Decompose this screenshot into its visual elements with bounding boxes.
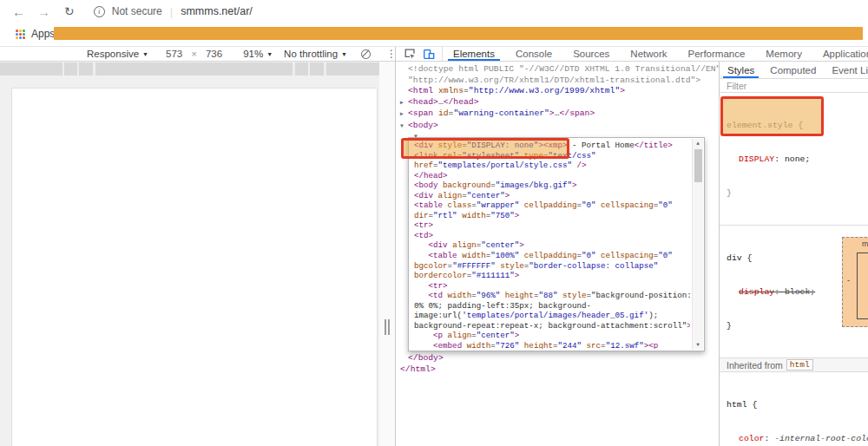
sidebar-tab-computed[interactable]: Computed (762, 62, 824, 78)
code-line[interactable]: href="templates/portal/style.css" /> (414, 161, 690, 171)
rule-element-style: element.style { DISPLAY: none; } (720, 93, 868, 226)
sidebar-tabs: StylesComputedEvent Listeners (720, 62, 868, 79)
page-content (11, 88, 378, 446)
code-text[interactable]: <html xmlns="http://www.w3.org/1999/xhtm… (408, 86, 625, 97)
scroll-up-icon[interactable]: ▲ (693, 141, 703, 147)
tab-elements[interactable]: Elements (443, 47, 505, 61)
code-line-html-close[interactable]: </html> (400, 364, 436, 374)
code-line[interactable]: <p align="center"> (414, 331, 690, 341)
styles-sidebar: StylesComputedEvent Listeners Filter ele… (719, 62, 868, 446)
xmp-content-box[interactable]: <div style="DISPLAY: none"><xmp> - Porta… (408, 137, 705, 351)
apps-label: Apps (31, 28, 55, 40)
code-line[interactable]: </head> (414, 171, 690, 181)
code-text[interactable]: <span id="warning-container">…</span> (408, 108, 595, 120)
code-line[interactable]: <link rel="stylesheet" type="text/css" (414, 151, 690, 161)
panel-gutter (379, 62, 395, 446)
filter-row[interactable]: Filter (720, 79, 868, 93)
url-text[interactable]: smmms.net/ar/ (181, 5, 253, 17)
devtools-tabs: ElementsConsoleSourcesNetworkPerformance… (443, 47, 868, 61)
code-line[interactable]: <div align="center"> (414, 240, 690, 251)
scrollbar[interactable]: ▲ ▼ (692, 139, 703, 350)
tab-performance[interactable]: Performance (678, 47, 756, 61)
device-toolbar-icon[interactable] (423, 49, 435, 60)
tab-console[interactable]: Console (505, 47, 562, 61)
omnibox-separator: | (170, 5, 173, 18)
filter-input[interactable]: Filter (727, 81, 746, 91)
dom-tree-line[interactable]: ▼<body> (396, 121, 719, 133)
inherited-target-link[interactable]: html (786, 359, 813, 371)
code-line[interactable]: <tr> (414, 220, 690, 231)
info-icon[interactable]: i (94, 6, 105, 17)
expander-icon[interactable]: ▶ (400, 109, 408, 121)
dom-tree-line[interactable]: "http://www.w3.org/TR/xhtml1/DTD/xhtml1-… (396, 75, 719, 87)
reload-icon[interactable]: ↻ (64, 5, 75, 17)
tab-application[interactable]: Application (812, 47, 868, 61)
responsive-dropdown[interactable]: Responsive (87, 49, 139, 59)
browser-window: ← → ↻ i Not secure | smmms.net/ar/ Apps … (0, 0, 868, 446)
code-line[interactable]: bordercolor="#111111"> (414, 271, 690, 281)
inspect-icon[interactable] (404, 49, 416, 60)
back-icon[interactable]: ← (12, 5, 25, 18)
code-text[interactable]: <!doctype html PUBLIC "-//W3C//DTD XHTML… (408, 64, 719, 75)
apps-button[interactable]: Apps (16, 28, 55, 40)
xmp-content[interactable]: <div style="DISPLAY: none"><xmp> - Porta… (414, 141, 690, 349)
highlighted-code-line[interactable]: <div style="DISPLAY: none"><xmp> - Porta… (414, 141, 690, 151)
dom-tree-line[interactable]: ▶<span id="warning-container">…</span> (396, 108, 719, 121)
zoom-dropdown[interactable]: 91% (243, 49, 263, 59)
code-line[interactable]: <table class="wrapper" cellpadding="0" c… (414, 200, 690, 211)
code-line[interactable]: dir="rtl" width="750"> (414, 211, 690, 221)
code-text[interactable]: "http://www.w3.org/TR/xhtml1/DTD/xhtml1-… (408, 75, 700, 87)
dom-tree-line[interactable]: <html xmlns="http://www.w3.org/1999/xhtm… (396, 86, 719, 97)
code-line[interactable]: <body background="images/bkg.gif"> (414, 180, 690, 191)
sidebar-tab-event-listeners[interactable]: Event Listeners (824, 62, 868, 78)
resize-handle[interactable] (385, 319, 391, 335)
expander-icon[interactable]: ▼ (400, 121, 408, 133)
code-line[interactable]: background-repeat:repeat-x; background-a… (414, 321, 690, 331)
code-line[interactable]: <tr> (414, 281, 690, 292)
tab-network[interactable]: Network (620, 47, 677, 61)
device-toolbar: Responsive ▼ 573 × 736 91% ▼ No throttli… (0, 47, 395, 62)
code-line[interactable]: <div align="center"> (414, 191, 690, 201)
dom-tree-line[interactable]: ▶<head>…</head> (396, 97, 719, 109)
code-text[interactable]: <head>…</head> (408, 97, 478, 108)
browser-toolbar: ← → ↻ i Not secure | smmms.net/ar/ (0, 0, 868, 23)
tab-memory[interactable]: Memory (755, 47, 812, 61)
code-line[interactable]: <td width="96%" height="88" style="backg… (414, 291, 690, 301)
box-model-margin-value[interactable]: - (847, 276, 850, 285)
box-model-margin[interactable]: m - (842, 237, 868, 327)
redaction-bar (54, 27, 863, 40)
viewport-height-input[interactable]: 736 (202, 49, 226, 59)
code-line[interactable]: bgcolor="#FFFFFF" style="border-collapse… (414, 261, 690, 272)
address-bar[interactable]: i Not secure | smmms.net/ar/ (94, 5, 253, 18)
code-line[interactable]: <embed width="726" height="244" src="12.… (414, 341, 690, 349)
tab-sources[interactable]: Sources (562, 47, 620, 61)
security-label: Not secure (112, 5, 162, 17)
sidebar-tab-styles[interactable]: Styles (720, 62, 762, 78)
inherited-label: Inherited from (727, 360, 783, 371)
expander-icon[interactable]: ▶ (400, 98, 408, 109)
css-property-line[interactable]: DISPLAY: none; (727, 154, 862, 165)
code-line-body-close[interactable]: </body> (408, 353, 444, 363)
box-model-border-box (857, 253, 868, 319)
dom-tree-line[interactable]: <!doctype html PUBLIC "-//W3C//DTD XHTML… (396, 64, 719, 75)
rotate-disabled-icon[interactable] (361, 49, 371, 59)
code-text[interactable]: <body> (408, 121, 438, 132)
throttling-dropdown[interactable]: No throttling (284, 49, 338, 59)
code-line[interactable]: image:url('templates/portal/images/heade… (414, 311, 690, 321)
css-selector[interactable]: element.style { (727, 120, 862, 131)
scroll-down-icon[interactable]: ▼ (693, 342, 703, 348)
css-property-line[interactable]: color: -internal-root-color; (727, 433, 862, 444)
rule-html: html { color: -internal-root-color; } (720, 372, 868, 446)
css-selector[interactable]: html { (727, 399, 862, 410)
box-model-label: m (862, 239, 868, 248)
forward-icon[interactable]: → (37, 5, 50, 18)
code-line[interactable]: <td> (414, 231, 690, 241)
code-line[interactable]: 0% 0%; padding-left:35px; background- (414, 301, 690, 312)
code-line[interactable]: <table width="100%" cellpadding="0" cell… (414, 251, 690, 261)
elements-panel: <!doctype html PUBLIC "-//W3C//DTD XHTML… (396, 62, 719, 446)
viewport-width-input[interactable]: 573 (162, 49, 186, 59)
device-viewport (0, 62, 379, 446)
chevron-down-icon: ▼ (142, 51, 148, 57)
scrollbar-thumb[interactable] (694, 149, 702, 182)
devtools-toolbar: ElementsConsoleSourcesNetworkPerformance… (396, 47, 868, 62)
